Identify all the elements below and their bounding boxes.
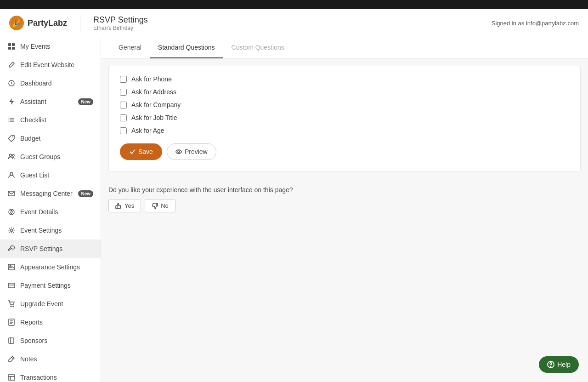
- feedback-buttons: Yes No: [108, 199, 581, 212]
- sidebar-label: Messaging Center: [20, 190, 74, 197]
- logo-area: 🎉 PartyLabz: [9, 16, 67, 30]
- sidebar-item-guest-list[interactable]: Guest List: [0, 166, 101, 184]
- eye-icon: [175, 148, 182, 155]
- dollar-icon: [7, 208, 16, 216]
- svg-point-34: [176, 150, 181, 154]
- sidebar-item-assistant[interactable]: Assistant New: [0, 92, 101, 111]
- sidebar-item-payment-settings[interactable]: Payment Settings: [0, 276, 101, 295]
- sidebar-label: Appearance Settings: [20, 263, 93, 271]
- sidebar-item-notes[interactable]: Notes: [0, 350, 101, 368]
- help-icon: [547, 361, 554, 368]
- sidebar-item-rsvp-settings[interactable]: RSVP Settings: [0, 239, 101, 258]
- checkbox-row-job-title: Ask for Job Title: [120, 114, 569, 121]
- image-icon: [7, 263, 16, 271]
- wrench-icon: [7, 245, 16, 253]
- logo-icon: 🎉: [9, 16, 24, 30]
- svg-rect-31: [8, 375, 15, 380]
- sidebar-label: Edit Event Website: [20, 61, 93, 68]
- ask-company-checkbox[interactable]: [120, 102, 127, 108]
- ask-phone-checkbox[interactable]: [120, 76, 127, 83]
- svg-line-30: [11, 357, 13, 359]
- sidebar-item-edit-event-website[interactable]: Edit Event Website: [0, 56, 101, 74]
- sidebar-label: Payment Settings: [20, 282, 93, 289]
- mail-icon: [7, 189, 16, 198]
- ask-age-checkbox[interactable]: [120, 127, 127, 134]
- feedback-question: Do you like your experience with the use…: [108, 186, 581, 194]
- sidebar-label: Event Details: [20, 208, 93, 216]
- sidebar-item-checklist[interactable]: Checklist: [0, 111, 101, 129]
- sidebar-item-appearance-settings[interactable]: Appearance Settings: [0, 258, 101, 276]
- ask-job-title-checkbox[interactable]: [120, 114, 127, 121]
- ask-job-title-label[interactable]: Ask for Job Title: [131, 114, 177, 121]
- header-user: Signed in as info@partylabz.com: [492, 20, 579, 27]
- help-button[interactable]: Help: [539, 356, 579, 373]
- tabs-bar: General Standard Questions Custom Questi…: [101, 37, 588, 58]
- main-layout: My Events Edit Event Website Dashboard A…: [0, 37, 588, 382]
- sidebar-label: Reports: [20, 319, 93, 326]
- topbar: [0, 0, 588, 9]
- person-icon: [7, 171, 16, 179]
- sidebar-item-my-events[interactable]: My Events: [0, 37, 101, 56]
- sidebar-item-messaging-center[interactable]: Messaging Center New: [0, 184, 101, 203]
- sidebar-item-reports[interactable]: Reports: [0, 313, 101, 331]
- sidebar-item-transactions[interactable]: Transactions: [0, 368, 101, 382]
- edit-icon: [7, 61, 16, 69]
- badge-new: New: [78, 98, 93, 105]
- sidebar-label: My Events: [20, 43, 93, 50]
- list-icon: [7, 116, 16, 124]
- sidebar-item-event-details[interactable]: Event Details: [0, 203, 101, 221]
- feedback-no-button[interactable]: No: [145, 199, 175, 212]
- tab-general[interactable]: General: [110, 37, 150, 58]
- sidebar-label: Transactions: [20, 374, 93, 381]
- header-subtitle: Ethan's Birthday: [93, 25, 148, 31]
- tab-custom-questions[interactable]: Custom Questions: [223, 37, 293, 58]
- tab-standard-questions[interactable]: Standard Questions: [150, 37, 223, 58]
- svg-rect-21: [8, 283, 15, 288]
- svg-point-11: [9, 121, 10, 122]
- feedback-yes-button[interactable]: Yes: [108, 199, 141, 212]
- ask-company-label[interactable]: Ask for Company: [131, 101, 181, 108]
- ask-address-checkbox[interactable]: [120, 89, 127, 96]
- sidebar-label: Budget: [20, 135, 93, 142]
- save-button[interactable]: Save: [120, 143, 162, 160]
- ask-phone-label[interactable]: Ask for Phone: [131, 75, 172, 83]
- book-icon: [7, 336, 16, 345]
- sidebar-label: Dashboard: [20, 80, 93, 87]
- grid-icon: [7, 42, 16, 51]
- sidebar-item-dashboard[interactable]: Dashboard: [0, 74, 101, 92]
- bolt-icon: [7, 97, 16, 106]
- preview-button[interactable]: Preview: [167, 143, 216, 160]
- svg-point-23: [11, 306, 11, 307]
- sidebar-label: RSVP Settings: [20, 245, 93, 252]
- svg-rect-1: [12, 43, 15, 46]
- sidebar-item-guest-groups[interactable]: Guest Groups: [0, 148, 101, 166]
- sidebar-label: Guest Groups: [20, 153, 93, 160]
- thumbs-down-icon: [152, 203, 158, 209]
- sidebar-item-budget[interactable]: Budget: [0, 129, 101, 148]
- sidebar-item-sponsors[interactable]: Sponsors: [0, 331, 101, 350]
- svg-point-9: [9, 118, 10, 119]
- svg-point-37: [551, 366, 551, 367]
- badge-new: New: [78, 190, 93, 197]
- report-icon: [7, 318, 16, 326]
- header-title-area: RSVP Settings Ethan's Birthday: [93, 15, 148, 31]
- svg-point-10: [9, 120, 10, 120]
- buttons-row: Save Preview: [120, 143, 569, 160]
- sidebar-item-event-settings[interactable]: Event Settings: [0, 221, 101, 239]
- sidebar-item-upgrade-event[interactable]: Upgrade Event: [0, 295, 101, 313]
- feedback-section: Do you like your experience with the use…: [101, 179, 588, 212]
- sidebar-label: Guest List: [20, 171, 93, 179]
- ask-address-label[interactable]: Ask for Address: [131, 88, 176, 96]
- header-left: 🎉 PartyLabz RSVP Settings Ethan's Birthd…: [9, 14, 148, 32]
- checkbox-row-age: Ask for Age: [120, 127, 569, 134]
- users-icon: [7, 153, 16, 161]
- standard-questions-panel: Ask for Phone Ask for Address Ask for Co…: [108, 66, 581, 171]
- ask-age-label[interactable]: Ask for Age: [131, 127, 164, 134]
- sidebar: My Events Edit Event Website Dashboard A…: [0, 37, 101, 382]
- header: 🎉 PartyLabz RSVP Settings Ethan's Birthd…: [0, 9, 588, 37]
- svg-point-35: [178, 151, 180, 153]
- svg-point-13: [10, 154, 12, 157]
- clock-icon: [7, 79, 16, 87]
- table-icon: [7, 373, 16, 382]
- tag-icon: [7, 134, 16, 143]
